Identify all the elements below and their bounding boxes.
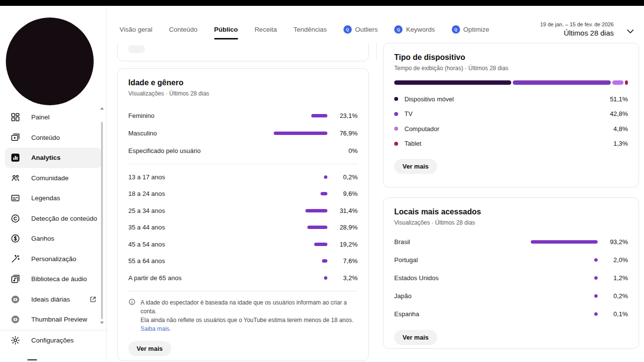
date-range-selector[interactable]: 19 de jan. – 15 de fev. de 2026 Últimos … <box>540 21 614 37</box>
stat-row-45-a-54-anos: 45 a 54 anos 19,2% <box>128 236 358 253</box>
copyright-icon <box>10 213 20 224</box>
stat-bar <box>314 243 327 246</box>
stat-row-espanha: Espanha 0,1% <box>394 305 628 323</box>
stat-bar <box>305 209 327 212</box>
legend-dot <box>394 112 398 116</box>
sidebar-scrollbar[interactable] <box>101 122 103 319</box>
sidebar: Painel Conteúdo Analytics Comunidade Leg… <box>0 6 107 362</box>
stat-bar <box>311 114 327 117</box>
card-subtitle: Tempo de exibição (horas) · Últimos 28 d… <box>394 65 628 72</box>
sidebar-item-thumbnail-preview[interactable]: Thumbnail Preview <box>5 309 101 330</box>
thumbnail-preview-icon <box>10 314 20 325</box>
dashboard-icon <box>10 112 20 123</box>
stat-row-35-a-44-anos: 35 a 44 anos 28,9% <box>128 219 358 236</box>
stat-bar <box>321 192 327 195</box>
scrollbar-down-arrow[interactable] <box>100 322 104 324</box>
device-legend: Dispositivo móvel 51,1% TV 42,8% Computa… <box>394 92 628 151</box>
scrollbar-up-arrow[interactable] <box>100 107 104 110</box>
tab-publico[interactable]: Público <box>214 26 238 33</box>
info-icon <box>128 298 136 333</box>
sidebar-nav: Painel Conteúdo Analytics Comunidade Leg… <box>0 107 106 350</box>
tab-tendencias[interactable]: Tendências <box>293 26 326 33</box>
stat-bar <box>274 132 327 135</box>
legend-row-tv: TV 42,8% <box>394 107 628 122</box>
legend-row-dispositivo-movel: Dispositivo móvel 51,1% <box>394 92 628 107</box>
sidebar-item-painel[interactable]: Painel <box>5 107 101 128</box>
sidebar-item-personalizacao[interactable]: Personalização <box>5 249 101 269</box>
legend-row-tablet: Tablet 1,3% <box>394 136 628 152</box>
legend-dot <box>394 142 398 146</box>
extension-badge-icon: Q <box>452 25 460 34</box>
tab-optimize[interactable]: QOptimize <box>452 25 489 34</box>
age-gender-see-more-button[interactable]: Ver mais <box>128 341 171 356</box>
divider <box>128 164 358 164</box>
sidebar-item-legendas[interactable]: Legendas <box>5 188 101 209</box>
tab-outliers[interactable]: QOutliers <box>343 25 378 34</box>
extension-badge-icon: Q <box>343 25 352 34</box>
stat-bar <box>324 175 327 179</box>
sidebar-item-configuracoes[interactable]: Configurações <box>5 330 101 351</box>
card-subtitle: Visualizações · Últimos 28 dias <box>128 90 358 97</box>
tab-visao-geral[interactable]: Visão geral <box>120 26 152 33</box>
stat-row-18-a-24-anos: 18 a 24 anos 9,6% <box>128 186 358 203</box>
learn-more-link[interactable]: Saiba mais. <box>141 325 171 332</box>
bar-segment-computador <box>612 80 624 85</box>
date-preset-text: Últimos 28 dias <box>540 29 614 37</box>
analytics-tab-bar: Visão geralConteúdoPúblicoReceitaTendênc… <box>107 6 644 43</box>
sidebar-item-comunidade[interactable]: Comunidade <box>5 168 101 189</box>
sidebar-item-ganhos[interactable]: Ganhos <box>5 229 101 249</box>
audio-library-icon <box>10 274 20 285</box>
card-title: Locais mais acessados <box>394 208 628 216</box>
tab-keywords[interactable]: QKeywords <box>394 25 435 34</box>
tab-receita[interactable]: Receita <box>255 26 277 33</box>
location-rows: Brasil 93,2% Portugal 2,0% Estados Unido… <box>394 233 628 323</box>
sidebar-item-deteccao-de-conteudo[interactable]: Detecção de conteúdo <box>5 209 101 229</box>
bar-segment-tablet <box>625 80 628 85</box>
device-see-more-button[interactable]: Ver mais <box>394 159 437 174</box>
community-icon <box>10 172 20 183</box>
age-rows: 13 a 17 anos 0,2% 18 a 24 anos 9,6% 25 a… <box>128 169 358 286</box>
stat-row-portugal: Portugal 2,0% <box>394 251 628 269</box>
stat-row-japao: Japão 0,2% <box>394 287 628 305</box>
sidebar-item-analytics[interactable]: Analytics <box>5 148 101 168</box>
sidebar-item-biblioteca-de-audio[interactable]: Biblioteca de áudio <box>5 269 101 289</box>
channel-avatar[interactable] <box>6 18 94 105</box>
main-content: Visão geralConteúdoPúblicoReceitaTendênc… <box>107 6 644 362</box>
stat-row-55-a-64-anos: 55 a 64 anos 7,6% <box>128 253 358 270</box>
bar-segment-tv <box>513 80 611 85</box>
settings-icon <box>10 335 20 345</box>
stat-bar <box>594 294 598 298</box>
earnings-icon <box>10 233 20 244</box>
stat-bar <box>322 259 327 263</box>
external-link-icon <box>89 296 97 303</box>
tab-conteudo[interactable]: Conteúdo <box>169 26 198 33</box>
stat-row-feminino: Feminino 23,1% <box>128 107 358 124</box>
stat-row-a-partir-de-65-anos: A partir de 65 anos 3,2% <box>128 269 358 286</box>
customization-icon <box>10 253 20 264</box>
legend-row-computador: Computador 4,8% <box>394 121 628 136</box>
sidebar-item-conteudo[interactable]: Conteúdo <box>5 128 101 148</box>
legend-dot <box>394 97 398 101</box>
analytics-icon <box>10 152 20 163</box>
bar-segment-dispositivo-movel <box>394 80 511 85</box>
partial-see-more-button[interactable] <box>128 45 145 53</box>
locations-see-more-button[interactable]: Ver mais <box>394 330 437 345</box>
sidebar-item-ideais-diarias[interactable]: Ideais diárias <box>5 289 101 310</box>
age-gender-card: Idade e gênero Visualizações · Últimos 2… <box>117 68 369 361</box>
top-locations-card: Locais mais acessados Visualizações · Úl… <box>383 197 639 349</box>
chevron-down-icon[interactable] <box>625 26 635 38</box>
stat-row-13-a-17-anos: 13 a 17 anos 0,2% <box>128 169 358 186</box>
legend-dot <box>394 127 398 131</box>
captions-icon <box>10 193 20 204</box>
card-subtitle: Visualizações · Últimos 28 dias <box>394 219 628 226</box>
stat-bar <box>531 240 598 244</box>
stat-bar <box>594 258 598 262</box>
device-stacked-bar <box>394 80 628 85</box>
date-range-text: 19 de jan. – 15 de fev. de 2026 <box>540 21 614 27</box>
card-title: Tipo de dispositivo <box>394 53 628 62</box>
youtube-studio-analytics-page: { "sidebar": { "items": [ {"label": "Pai… <box>0 0 644 362</box>
extension-badge-icon: Q <box>394 25 402 34</box>
stat-bar <box>307 226 327 229</box>
stat-bar <box>594 312 598 316</box>
gender-rows: Feminino 23,1% Masculino 76,9% Especific… <box>128 107 358 159</box>
